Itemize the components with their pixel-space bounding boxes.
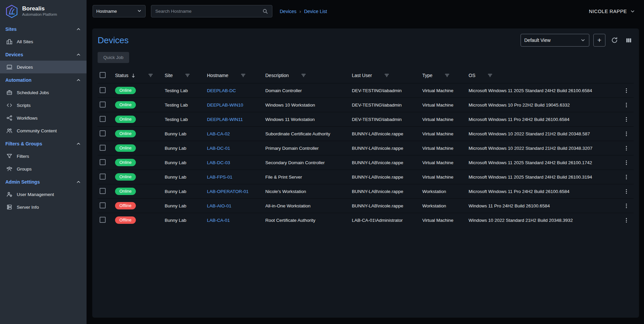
- hostname-link[interactable]: DEEPLAB-WIN11: [206, 117, 264, 122]
- table-row: Online Bunny Lab LAB-FPS-01 File & Print…: [98, 170, 634, 184]
- sidebar-section-admin-settings[interactable]: Admin Settings: [0, 175, 87, 188]
- table-header-row: Status Site Hostname: [98, 68, 634, 83]
- view-controls: Default View +: [521, 34, 634, 47]
- sidebar-item-community-content[interactable]: Community Content: [0, 124, 87, 137]
- table-row: Online Testing Lab DEEPLAB-WIN10 Windows…: [98, 98, 634, 112]
- row-checkbox[interactable]: [100, 145, 106, 151]
- row-checkbox[interactable]: [100, 102, 106, 108]
- row-actions-button[interactable]: [619, 217, 634, 223]
- row-actions-button[interactable]: [619, 102, 634, 108]
- search-icon[interactable]: [262, 8, 268, 14]
- refresh-button[interactable]: [609, 35, 620, 45]
- sidebar-item-groups[interactable]: Groups: [0, 163, 87, 175]
- sidebar-section-automation[interactable]: Automation: [0, 73, 87, 86]
- hostname-link[interactable]: LAB-FPS-01: [206, 175, 264, 180]
- filter-icon[interactable]: [487, 73, 493, 78]
- breadcrumb-separator: ›: [300, 9, 301, 14]
- funnel-icon: [6, 153, 12, 159]
- column-header-site[interactable]: Site: [163, 73, 206, 78]
- hostname-link[interactable]: LAB-OPERATOR-01: [206, 189, 264, 194]
- row-actions-button[interactable]: [619, 131, 634, 137]
- filter-icon[interactable]: [301, 73, 306, 78]
- sidebar-section-sites[interactable]: Sites: [0, 22, 87, 35]
- hostname-link[interactable]: LAB-CA-02: [206, 131, 264, 136]
- sidebar-item-devices[interactable]: Devices: [0, 61, 87, 73]
- filter-icon[interactable]: [444, 73, 450, 78]
- os-cell: Microsoft Windows 10 Pro 22H2 Build 1904…: [467, 103, 619, 108]
- filter-icon[interactable]: [185, 73, 190, 78]
- type-cell: Virtual Machine: [421, 175, 467, 180]
- filter-icon[interactable]: [384, 73, 389, 78]
- sidebar-section-filters-groups[interactable]: Filters & Groups: [0, 137, 87, 150]
- site-cell: Testing Lab: [163, 117, 206, 122]
- view-select-value: Default View: [524, 38, 550, 43]
- hostname-link[interactable]: LAB-DC-01: [206, 146, 264, 151]
- breadcrumb-device-list[interactable]: Device List: [304, 9, 327, 14]
- row-checkbox[interactable]: [100, 159, 106, 165]
- sidebar-section-devices[interactable]: Devices: [0, 48, 87, 61]
- row-checkbox[interactable]: [100, 217, 106, 223]
- hostname-link[interactable]: DEEPLAB-WIN10: [206, 103, 264, 108]
- select-all-checkbox[interactable]: [100, 72, 106, 78]
- row-checkbox[interactable]: [100, 116, 106, 122]
- sidebar-item-server-info[interactable]: Server Info: [0, 201, 87, 213]
- os-cell: Microsoft Windows 10 2022 Standard 21H2 …: [467, 131, 619, 136]
- topbar: Hostname Devices › Device List NICOLE RA…: [87, 0, 644, 22]
- filter-icon[interactable]: [148, 73, 153, 78]
- sidebar-item-filters[interactable]: Filters: [0, 150, 87, 163]
- app-root: Borealis Automation Platform Sites All S…: [0, 0, 644, 324]
- view-select[interactable]: Default View: [521, 34, 589, 47]
- sidebar-item-label: Scripts: [17, 103, 31, 108]
- column-header-type[interactable]: Type: [421, 73, 467, 78]
- sidebar-item-user-management[interactable]: User Management: [0, 188, 87, 201]
- row-actions-button[interactable]: [619, 203, 634, 209]
- column-settings-button[interactable]: [624, 35, 634, 45]
- sidebar-item-all-sites[interactable]: All Sites: [0, 35, 87, 48]
- hostname-link[interactable]: LAB-DC-03: [206, 160, 264, 165]
- add-view-button[interactable]: +: [593, 34, 605, 47]
- column-header-os[interactable]: OS: [467, 73, 619, 78]
- row-checkbox[interactable]: [100, 188, 106, 194]
- hostname-link[interactable]: LAB-AIO-01: [206, 203, 264, 208]
- row-actions-button[interactable]: [619, 145, 634, 151]
- section-label: Sites: [5, 26, 16, 32]
- breadcrumb: Devices › Device List: [280, 9, 327, 14]
- row-checkbox[interactable]: [100, 174, 106, 180]
- column-header-status[interactable]: Status: [114, 73, 163, 78]
- column-header-description[interactable]: Description: [264, 73, 351, 78]
- hostname-link[interactable]: DEEPLAB-DC: [206, 88, 264, 93]
- status-badge: Online: [115, 116, 136, 123]
- server-icon: [6, 204, 12, 210]
- sidebar-item-label: Server Info: [17, 205, 39, 210]
- row-actions-button[interactable]: [619, 174, 634, 180]
- hostname-link[interactable]: LAB-CA-01: [206, 218, 264, 223]
- type-cell: Virtual Machine: [421, 103, 467, 108]
- search-bar: [151, 5, 272, 17]
- row-actions-button[interactable]: [619, 88, 634, 93]
- status-badge: Offline: [115, 216, 136, 224]
- row-checkbox[interactable]: [100, 87, 106, 93]
- row-actions-button[interactable]: [619, 160, 634, 166]
- row-actions-button[interactable]: [619, 189, 634, 194]
- search-field-select[interactable]: Hostname: [93, 5, 146, 17]
- user-menu[interactable]: NICOLE RAPPE: [589, 9, 635, 14]
- breadcrumb-devices[interactable]: Devices: [280, 9, 297, 14]
- last-user-cell: DEV-TESTING\labadmin: [351, 103, 421, 108]
- filter-icon[interactable]: [240, 73, 246, 78]
- column-header-hostname[interactable]: Hostname: [206, 73, 264, 78]
- sort-desc-icon[interactable]: [131, 73, 136, 78]
- row-checkbox[interactable]: [100, 202, 106, 208]
- brand: Borealis Automation Platform: [0, 0, 87, 22]
- row-checkbox[interactable]: [100, 130, 106, 136]
- description-cell: Nicole's Workstation: [264, 189, 351, 194]
- row-actions-button[interactable]: [619, 117, 634, 122]
- quick-job-button[interactable]: Quick Job: [98, 52, 129, 63]
- search-input[interactable]: [155, 9, 262, 14]
- column-header-last-user[interactable]: Last User: [351, 73, 421, 78]
- sidebar-item-scripts[interactable]: Scripts: [0, 99, 87, 112]
- os-cell: Microsoft Windows 11 2025 Standard 24H2 …: [467, 88, 619, 93]
- sidebar-item-workflows[interactable]: Workflows: [0, 112, 87, 124]
- sidebar-item-scheduled-jobs[interactable]: Scheduled Jobs: [0, 86, 87, 99]
- sidebar-item-label: Scheduled Jobs: [17, 90, 49, 95]
- people-icon: [6, 128, 12, 134]
